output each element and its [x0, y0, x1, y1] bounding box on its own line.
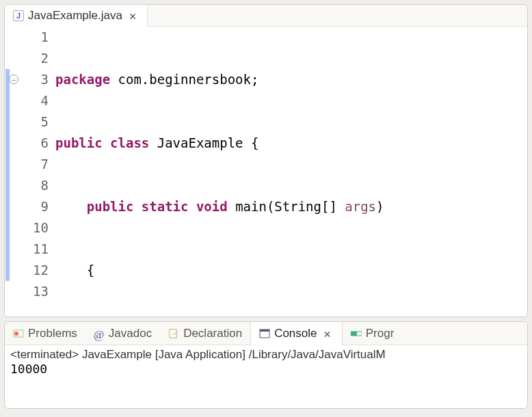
console-content: <terminated> JavaExample [Java Applicati…: [5, 345, 527, 379]
editor-area: J JavaExample.java ✕ – 1 2 3 4 5 6 7 8 9…: [4, 4, 528, 317]
line-number: 6: [27, 133, 49, 154]
line-number: 2: [27, 48, 49, 69]
line-number: 8: [27, 175, 49, 196]
close-icon[interactable]: ✕: [321, 327, 334, 340]
tab-declaration[interactable]: Declaration: [160, 322, 250, 345]
line-number: 3: [27, 69, 49, 90]
line-numbers: 1 2 3 4 5 6 7 8 9 10 11 12 13: [23, 27, 55, 317]
line-number: 12: [27, 260, 49, 281]
code-line: package com.beginnersbook;: [55, 69, 527, 90]
line-number: 7: [27, 154, 49, 175]
java-file-icon: J: [13, 10, 24, 21]
code-content[interactable]: package com.beginnersbook; public class …: [55, 27, 527, 317]
code-line: public static void main(String[] args): [55, 196, 527, 217]
tab-label: Console: [274, 327, 317, 340]
fold-collapse-icon[interactable]: –: [9, 75, 18, 84]
code-line: public class JavaExample {: [55, 133, 527, 154]
tab-problems[interactable]: Problems: [5, 322, 85, 345]
console-icon: [259, 328, 270, 339]
svg-rect-6: [351, 332, 357, 336]
bottom-panel: Problems @ Javadoc Declaration Console ✕…: [4, 321, 528, 409]
editor-tab-bar: J JavaExample.java ✕: [5, 5, 527, 27]
tab-label: Problems: [28, 327, 77, 340]
line-number: 13: [27, 281, 49, 302]
tab-label: Progr: [366, 327, 395, 340]
line-number: 4: [27, 90, 49, 111]
svg-rect-4: [260, 329, 269, 332]
console-status: <terminated> JavaExample [Java Applicati…: [10, 348, 522, 362]
tab-javaexample[interactable]: J JavaExample.java ✕: [5, 5, 148, 27]
bottom-tabs: Problems @ Javadoc Declaration Console ✕…: [5, 322, 527, 345]
progress-icon: [351, 328, 362, 339]
svg-point-1: [14, 332, 18, 336]
tab-console[interactable]: Console ✕: [250, 322, 343, 345]
code-area: – 1 2 3 4 5 6 7 8 9 10 11 12 13 package …: [5, 27, 527, 317]
console-output: 10000: [10, 362, 522, 376]
tab-javadoc[interactable]: @ Javadoc: [85, 322, 160, 345]
line-number: 10: [27, 217, 49, 239]
close-icon[interactable]: ✕: [127, 9, 139, 23]
problems-icon: [13, 328, 24, 339]
line-number: 11: [27, 239, 49, 260]
line-number: 9: [27, 196, 49, 217]
tab-label: Javadoc: [109, 327, 152, 340]
code-line: {: [55, 260, 527, 281]
tab-progress[interactable]: Progr: [343, 322, 403, 345]
declaration-icon: [168, 328, 179, 339]
gutter: –: [5, 27, 23, 317]
tab-filename: JavaExample.java: [28, 9, 122, 23]
tab-label: Declaration: [183, 327, 242, 340]
javadoc-icon: @: [94, 328, 105, 339]
line-number: 1: [27, 27, 49, 48]
line-number: 5: [27, 111, 49, 133]
change-marker: [5, 69, 10, 281]
